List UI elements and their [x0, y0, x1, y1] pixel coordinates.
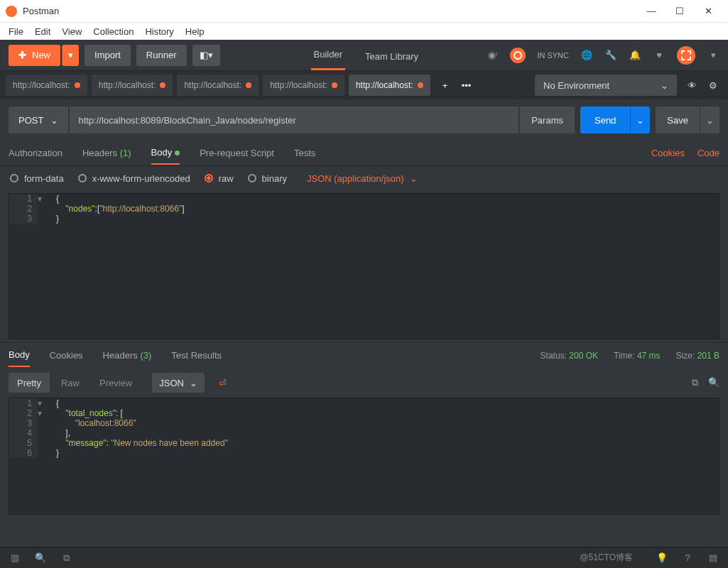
resp-tab-tests[interactable]: Test Results — [171, 344, 222, 366]
user-dropdown-icon[interactable]: ▾ — [707, 49, 719, 62]
window-titlebar: Postman — ☐ ✕ — [0, 0, 728, 23]
chevron-down-icon: ⌄ — [190, 378, 197, 388]
request-body-editor[interactable]: 1▾{ 2 "nodes":["http://localhost:8066"] … — [9, 193, 719, 339]
menu-view[interactable]: View — [62, 26, 82, 37]
subtab-tests[interactable]: Tests — [294, 142, 315, 164]
send-button[interactable]: Send — [580, 106, 630, 133]
url-bar: POST ⌄ Params Send ⌄ Save ⌄ — [0, 99, 728, 141]
request-tabs-bar: http://localhost: http://localhost: http… — [0, 71, 728, 99]
layout-icon[interactable]: ▤ — [707, 552, 719, 564]
view-preview[interactable]: Preview — [91, 373, 141, 393]
url-input[interactable] — [70, 106, 518, 133]
dirty-dot-icon — [332, 82, 337, 88]
tab-team-library[interactable]: Team Library — [362, 43, 421, 70]
params-button[interactable]: Params — [520, 106, 575, 133]
environment-select[interactable]: No Environment ⌄ — [535, 75, 677, 96]
status-value: 200 OK — [569, 351, 598, 361]
find-icon[interactable]: 🔍 — [34, 552, 47, 564]
sync-label: IN SYNC — [537, 51, 569, 60]
response-body-viewer[interactable]: 1▾{ 2▾ "total_nodes": [ 3 "localhost:806… — [9, 398, 719, 515]
resp-tab-body[interactable]: Body — [9, 344, 30, 367]
subtab-prerequest[interactable]: Pre-request Script — [200, 142, 274, 164]
watermark-text: @51CTO博客 — [580, 552, 633, 564]
capture-icon[interactable]: ◉ᵎ — [486, 49, 499, 62]
sidebar-toggle-icon[interactable]: ▥ — [9, 552, 21, 564]
app-icon — [6, 6, 17, 17]
bulb-icon[interactable]: 💡 — [656, 552, 668, 564]
request-tab[interactable]: http://localhost: — [92, 75, 173, 96]
time-value: 47 ms — [637, 351, 661, 361]
menu-help[interactable]: Help — [185, 26, 205, 37]
status-bar: ▥ 🔍 ⧉ @51CTO博客 💡 ? ▤ — [0, 547, 728, 568]
tab-options-button[interactable]: ••• — [456, 75, 477, 96]
content-type-select[interactable]: JSON (application/json)⌄ — [307, 173, 418, 184]
dirty-dot-icon — [246, 82, 251, 88]
top-toolbar: ✚New ▾ Import Runner ◧▾ Builder Team Lib… — [0, 40, 728, 71]
notifications-icon[interactable]: 🔔 — [629, 49, 641, 62]
response-format-select[interactable]: JSON⌄ — [152, 373, 205, 393]
subtab-headers[interactable]: Headers (1) — [82, 142, 131, 164]
dirty-dot-icon — [75, 82, 80, 88]
view-pretty[interactable]: Pretty — [9, 373, 50, 393]
http-method-select[interactable]: POST ⌄ — [9, 106, 68, 133]
resp-tab-headers[interactable]: Headers (3) — [103, 344, 152, 366]
browse-icon[interactable]: 🌐 — [580, 49, 593, 62]
search-icon[interactable]: 🔍 — [708, 377, 719, 388]
subtab-body[interactable]: Body — [151, 141, 180, 165]
menu-edit[interactable]: Edit — [35, 26, 50, 37]
menu-bar: File Edit View Collection History Help — [0, 23, 728, 40]
response-tabs: Body Cookies Headers (3) Test Results St… — [0, 342, 728, 368]
request-subtabs: Authorization Headers (1) Body Pre-reque… — [0, 141, 728, 166]
sync-status-icon[interactable] — [510, 48, 526, 63]
tab-builder[interactable]: Builder — [311, 40, 345, 70]
status-label: Status: — [540, 351, 567, 361]
window-close[interactable]: ✕ — [694, 3, 722, 20]
window-title: Postman — [23, 6, 59, 16]
body-type-row: form-data x-www-form-urlencoded raw bina… — [0, 166, 728, 190]
copy-icon[interactable]: ⧉ — [692, 377, 698, 388]
gear-icon[interactable]: ⚙ — [707, 79, 719, 92]
request-tab-active[interactable]: http://localhost: — [349, 75, 430, 96]
import-button[interactable]: Import — [85, 45, 131, 66]
chevron-down-icon: ⌄ — [410, 173, 418, 184]
menu-file[interactable]: File — [9, 26, 23, 37]
radio-raw[interactable]: raw — [205, 173, 234, 184]
add-tab-button[interactable]: + — [435, 75, 456, 96]
cookies-link[interactable]: Cookies — [651, 148, 685, 158]
help-icon[interactable]: ? — [681, 552, 694, 564]
wrap-lines-icon[interactable]: ⏎ — [213, 373, 233, 393]
user-avatar[interactable] — [677, 46, 695, 65]
size-label: Size: — [676, 351, 695, 361]
response-toolbar: Pretty Raw Preview JSON⌄ ⏎ ⧉ 🔍 — [0, 368, 728, 398]
view-raw[interactable]: Raw — [53, 373, 88, 393]
open-new-window-button[interactable]: ◧▾ — [192, 45, 220, 66]
active-dot-icon — [175, 151, 180, 155]
radio-urlencoded[interactable]: x-www-form-urlencoded — [78, 173, 190, 184]
send-dropdown[interactable]: ⌄ — [630, 106, 650, 133]
menu-history[interactable]: History — [145, 26, 173, 37]
wrench-icon[interactable]: 🔧 — [604, 49, 617, 62]
eye-icon[interactable]: 👁 — [685, 79, 698, 92]
dirty-dot-icon — [160, 82, 165, 88]
subtab-authorization[interactable]: Authorization — [9, 142, 63, 164]
request-tab[interactable]: http://localhost: — [6, 75, 87, 96]
menu-collection[interactable]: Collection — [93, 26, 134, 37]
save-button[interactable]: Save — [656, 106, 700, 133]
request-tab[interactable]: http://localhost: — [177, 75, 259, 96]
time-label: Time: — [614, 351, 635, 361]
console-icon[interactable]: ⧉ — [60, 552, 72, 564]
save-dropdown[interactable]: ⌄ — [700, 106, 719, 133]
window-maximize[interactable]: ☐ — [665, 3, 694, 20]
new-button[interactable]: ✚New — [9, 45, 60, 66]
heart-icon[interactable]: ♥ — [653, 49, 665, 62]
chevron-down-icon: ⌄ — [50, 115, 58, 126]
radio-binary[interactable]: binary — [248, 173, 287, 184]
runner-button[interactable]: Runner — [136, 45, 187, 66]
window-minimize[interactable]: — — [637, 3, 665, 20]
radio-form-data[interactable]: form-data — [10, 173, 64, 184]
plus-icon: ✚ — [18, 50, 26, 60]
resp-tab-cookies[interactable]: Cookies — [50, 344, 83, 366]
code-link[interactable]: Code — [697, 148, 719, 158]
request-tab[interactable]: http://localhost: — [263, 75, 344, 96]
new-dropdown[interactable]: ▾ — [62, 45, 79, 66]
